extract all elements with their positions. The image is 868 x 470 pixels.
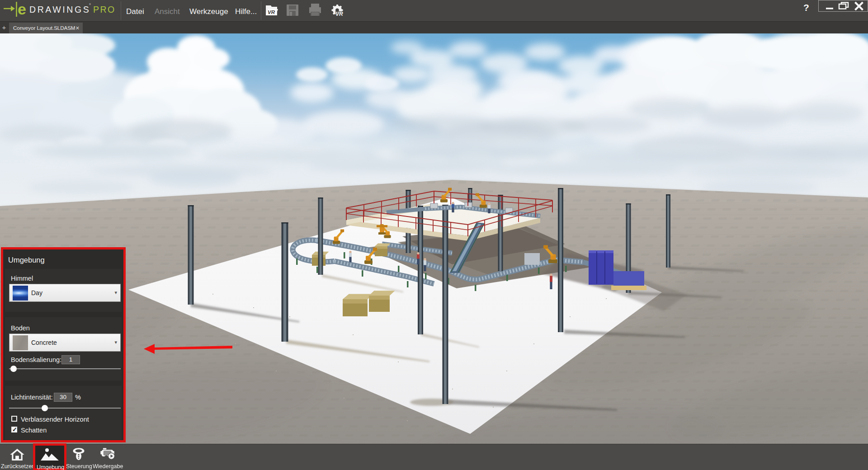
svg-text:VR: VR xyxy=(335,11,343,17)
svg-text:PRO: PRO xyxy=(93,5,116,14)
svg-text:°: ° xyxy=(89,3,91,8)
svg-text:e: e xyxy=(18,0,26,18)
svg-text:VR: VR xyxy=(268,9,275,15)
svg-text:DRAWINGS: DRAWINGS xyxy=(29,5,90,14)
